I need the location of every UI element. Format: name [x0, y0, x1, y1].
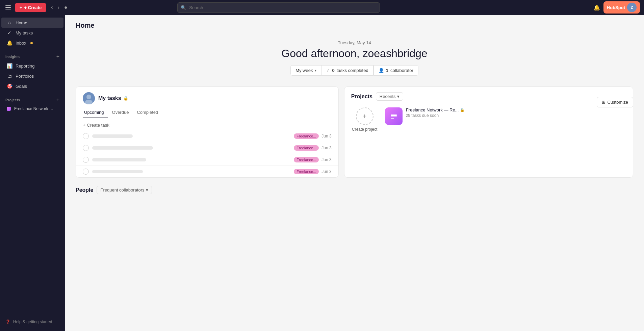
task-right: Freelance... Jun 3: [294, 133, 331, 139]
forward-button[interactable]: ›: [56, 3, 61, 12]
cards-row: My tasks 🔒 Upcoming Overdue Completed + …: [65, 81, 644, 183]
projects-card-header: Projects Recents ▾: [344, 87, 633, 105]
tasks-icon: ✓: [7, 30, 12, 35]
task-left: [83, 133, 294, 139]
search-icon: 🔍: [181, 5, 186, 10]
history-button[interactable]: ●: [62, 3, 70, 12]
search-input[interactable]: [177, 2, 380, 13]
welcome-section: Tuesday, May 14 Good afternoon, zoeashbr…: [65, 32, 644, 81]
project-info: Freelance Network — Re... 🔒 29 tasks due…: [406, 107, 465, 118]
freq-collab-label: Frequent collaborators: [100, 187, 144, 193]
create-project-button[interactable]: + Create project: [351, 107, 378, 132]
sidebar-reporting-label: Reporting: [16, 63, 34, 69]
svg-rect-1: [5, 7, 11, 8]
user-avatar: [83, 92, 95, 104]
project-sub: 29 tasks due soon: [406, 113, 465, 118]
lock-icon: 🔒: [123, 96, 128, 101]
task-checkbox[interactable]: [83, 145, 89, 151]
avatar: Z: [627, 3, 637, 12]
create-task-plus-icon: +: [83, 122, 85, 128]
projects-section-header: Projects +: [0, 94, 65, 104]
hubspot-logo[interactable]: HubSpot Z: [603, 1, 640, 14]
collaborator-label: collaborator: [390, 68, 413, 73]
freq-collab-chevron: ▾: [146, 187, 148, 193]
tab-overdue[interactable]: Overdue: [108, 108, 133, 118]
sidebar-item-freelance-network[interactable]: Freelance Network — Ret...: [1, 104, 63, 113]
sidebar-item-goals[interactable]: 🎯 Goals: [1, 81, 63, 91]
inbox-icon: 🔔: [7, 40, 12, 46]
sidebar-item-portfolios[interactable]: 🗂 Portfolios: [1, 71, 63, 81]
my-tasks-card: My tasks 🔒 Upcoming Overdue Completed + …: [76, 86, 339, 178]
search-bar: 🔍: [177, 2, 380, 13]
tab-completed[interactable]: Completed: [133, 108, 162, 118]
svg-point-4: [86, 95, 91, 99]
task-checkbox[interactable]: [83, 133, 89, 139]
sidebar-portfolios-label: Portfolios: [16, 74, 34, 79]
task-text: [92, 170, 143, 173]
insights-section-label: Insights: [5, 55, 20, 59]
sidebar-home-label: Home: [16, 20, 27, 25]
create-project-label: Create project: [352, 127, 377, 132]
people-section: People Frequent collaborators ▾: [65, 183, 644, 203]
project-name: Freelance Network — Re... 🔒: [406, 107, 465, 112]
portfolios-icon: 🗂: [7, 73, 12, 79]
create-task-row: + Create task: [76, 118, 338, 130]
project-icon: [385, 107, 403, 125]
projects-add-button[interactable]: +: [56, 97, 59, 103]
task-text: [92, 158, 146, 161]
my-week-label: My week: [295, 68, 313, 73]
sidebar-inbox-label: Inbox: [16, 41, 26, 46]
sidebar-item-home[interactable]: ⌂ Home: [1, 18, 63, 28]
tasks-completed-pill[interactable]: ✓ 0 tasks completed: [321, 65, 373, 76]
create-button[interactable]: + + Create: [15, 3, 46, 12]
insights-add-button[interactable]: +: [56, 54, 59, 59]
projects-card: Projects Recents ▾ + Create project: [344, 86, 633, 178]
reporting-icon: 📊: [7, 63, 12, 69]
recents-button[interactable]: Recents ▾: [376, 92, 403, 101]
project-name-text: Freelance Network — Re...: [406, 107, 459, 112]
nav-arrows: ‹ › ●: [49, 3, 69, 12]
my-tasks-title-text: My tasks: [98, 95, 121, 101]
customize-button[interactable]: ⊞ Customize: [597, 97, 633, 107]
create-task-button[interactable]: + Create task: [83, 122, 109, 128]
sidebar-my-tasks-label: My tasks: [16, 30, 33, 35]
task-checkbox[interactable]: [83, 169, 89, 175]
svg-rect-0: [5, 5, 11, 6]
table-row: Freelance... Jun 3: [76, 166, 338, 177]
table-row: Freelance... Jun 3: [76, 142, 338, 154]
task-tag: Freelance...: [294, 169, 319, 174]
task-text: [92, 134, 133, 138]
sidebar: ⌂ Home ✓ My tasks 🔔 Inbox Insights + 📊 R…: [0, 15, 65, 331]
table-row: Freelance... Jun 3: [76, 154, 338, 166]
back-button[interactable]: ‹: [49, 3, 55, 12]
tasks-completed-count: 0: [332, 68, 334, 73]
sidebar-item-inbox[interactable]: 🔔 Inbox: [1, 38, 63, 48]
app-body: ⌂ Home ✓ My tasks 🔔 Inbox Insights + 📊 R…: [0, 15, 644, 331]
task-checkbox[interactable]: [83, 157, 89, 163]
tab-upcoming[interactable]: Upcoming: [83, 108, 108, 118]
projects-title: Projects: [351, 94, 372, 100]
task-date: Jun 3: [321, 146, 331, 150]
people-header: People Frequent collaborators ▾: [76, 186, 633, 194]
recents-label: Recents: [380, 94, 396, 99]
sidebar-item-reporting[interactable]: 📊 Reporting: [1, 61, 63, 71]
svg-rect-9: [391, 118, 394, 119]
menu-button[interactable]: [4, 3, 12, 11]
my-tasks-title: My tasks 🔒: [98, 95, 128, 101]
list-item: Freelance Network — Re... 🔒 29 tasks due…: [385, 107, 465, 125]
my-tasks-card-header: My tasks 🔒: [76, 87, 338, 104]
sidebar-item-my-tasks[interactable]: ✓ My tasks: [1, 28, 63, 38]
frequent-collaborators-button[interactable]: Frequent collaborators ▾: [97, 186, 152, 194]
home-icon: ⌂: [7, 20, 12, 25]
my-week-pill[interactable]: My week ▾: [290, 65, 321, 76]
notifications-button[interactable]: 🔔: [593, 4, 600, 11]
table-row: Freelance... Jun 3: [76, 130, 338, 142]
help-button[interactable]: ❓ Help & getting started: [5, 320, 52, 324]
welcome-area: Tuesday, May 14 Good afternoon, zoeashbr…: [65, 32, 644, 81]
collaborators-pill[interactable]: 👤 1 collaborator: [373, 65, 418, 76]
task-tag: Freelance...: [294, 145, 319, 151]
topbar-right: 🔔 HubSpot Z: [593, 1, 640, 14]
create-label: + Create: [24, 5, 42, 10]
collaborators-count: 1: [386, 68, 388, 73]
customize-icon: ⊞: [602, 100, 606, 105]
